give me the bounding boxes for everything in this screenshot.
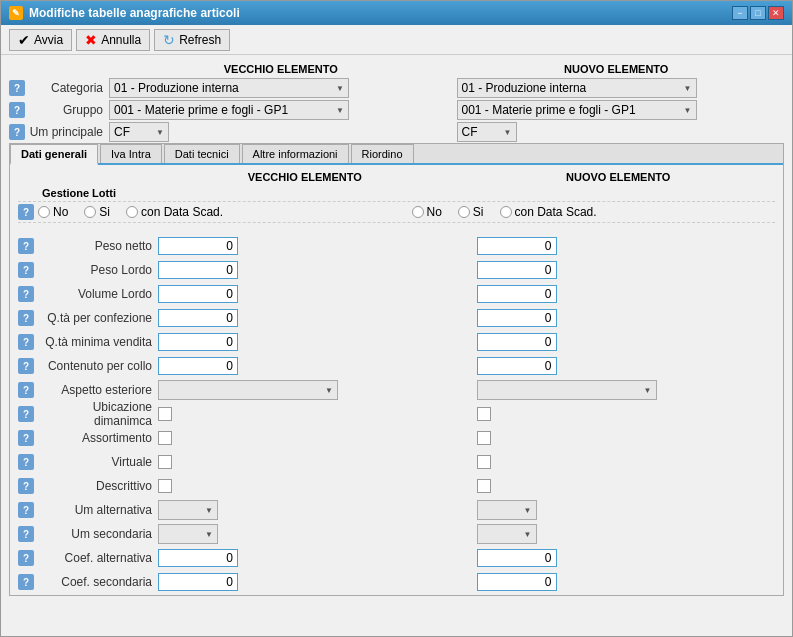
numeric-field-row-5: ? Contenuto per collo	[18, 355, 775, 377]
avvia-button[interactable]: ✔ Avvia	[9, 29, 72, 51]
numeric-old-input-3[interactable]	[158, 309, 238, 327]
checkbox-old-0[interactable]	[158, 407, 172, 421]
numeric-new-input-5[interactable]	[477, 357, 557, 375]
gruppo-old-combo[interactable]: 001 - Materie prime e fogli - GP1 ▼	[109, 100, 349, 120]
coef-alt-new-input[interactable]: 0	[477, 549, 557, 567]
numeric-new-input-0[interactable]	[477, 237, 557, 255]
checkbox-new-2[interactable]	[477, 455, 491, 469]
radio-circle	[38, 206, 50, 218]
check-new-3	[477, 479, 776, 493]
numeric-new-input-1[interactable]	[477, 261, 557, 279]
numeric-field-row-2: ? Volume Lordo	[18, 283, 775, 305]
checkbox-old-2[interactable]	[158, 455, 172, 469]
lotti-new-data-scad[interactable]: con Data Scad.	[500, 205, 597, 219]
checkbox-new-1[interactable]	[477, 431, 491, 445]
check-new-1	[477, 431, 776, 445]
numeric-help-4[interactable]: ?	[18, 334, 34, 350]
aspetto-old: ▼	[158, 380, 477, 400]
numeric-old-input-0[interactable]	[158, 237, 238, 255]
aspetto-old-combo[interactable]: ▼	[158, 380, 338, 400]
gruppo-new-combo[interactable]: 001 - Materie prime e fogli - GP1 ▼	[457, 100, 697, 120]
lotti-old-si[interactable]: Si	[84, 205, 110, 219]
um-alt-help[interactable]: ?	[18, 502, 34, 518]
coef-alt-help[interactable]: ?	[18, 550, 34, 566]
lotti-old-data-scad[interactable]: con Data Scad.	[126, 205, 223, 219]
um-alt-old-combo[interactable]: ▼	[158, 500, 218, 520]
um-sec-old-combo[interactable]: ▼	[158, 524, 218, 544]
um-principale-old-combo[interactable]: CF ▼	[109, 122, 169, 142]
numeric-help-2[interactable]: ?	[18, 286, 34, 302]
check-label-3: Descrittivo	[38, 479, 158, 493]
numeric-new-0	[477, 237, 776, 255]
um-principale-old: CF ▼	[109, 122, 437, 142]
tab-vecchio-header: VECCHIO ELEMENTO	[148, 171, 462, 183]
um-principale-help[interactable]: ?	[9, 124, 25, 140]
checkbox-new-3[interactable]	[477, 479, 491, 493]
categoria-help[interactable]: ?	[9, 80, 25, 96]
coef-sec-new-input[interactable]: 0	[477, 573, 557, 591]
coef-alt-old-input[interactable]: 0	[158, 549, 238, 567]
close-button[interactable]: ✕	[768, 6, 784, 20]
numeric-label-3: Q.tà per confezione	[38, 311, 158, 325]
um-principale-new-combo[interactable]: CF ▼	[457, 122, 517, 142]
coef-sec-old-input[interactable]: 0	[158, 573, 238, 591]
numeric-help-5[interactable]: ?	[18, 358, 34, 374]
tab-iva-intra[interactable]: Iva Intra	[100, 144, 162, 163]
radio-circle	[84, 206, 96, 218]
check-help-0[interactable]: ?	[18, 406, 34, 422]
checkbox-new-0[interactable]	[477, 407, 491, 421]
numeric-new-input-2[interactable]	[477, 285, 557, 303]
column-headers: VECCHIO ELEMENTO NUOVO ELEMENTO	[113, 63, 784, 75]
tabs-container: Dati generali Iva Intra Dati tecnici Alt…	[9, 143, 784, 596]
lotti-new-si[interactable]: Si	[458, 205, 484, 219]
um-alt-new-combo[interactable]: ▼	[477, 500, 537, 520]
lotti-old-no[interactable]: No	[38, 205, 68, 219]
numeric-old-input-4[interactable]	[158, 333, 238, 351]
combo-arrow-icon: ▼	[684, 106, 692, 115]
um-sec-new: ▼	[477, 524, 776, 544]
categoria-new-combo[interactable]: 01 - Produzione interna ▼	[457, 78, 697, 98]
lotti-new-no[interactable]: No	[412, 205, 442, 219]
numeric-old-input-2[interactable]	[158, 285, 238, 303]
combo-arrow-icon: ▼	[524, 530, 532, 539]
refresh-button[interactable]: ↻ Refresh	[154, 29, 230, 51]
numeric-old-5	[158, 357, 477, 375]
numeric-help-0[interactable]: ?	[18, 238, 34, 254]
coef-sec-row: ? Coef. secondaria 0 0	[18, 571, 775, 593]
categoria-row: ? Categoria 01 - Produzione interna ▼ 01…	[9, 77, 784, 99]
check-new-0	[477, 407, 776, 421]
refresh-label: Refresh	[179, 33, 221, 47]
tab-altre-informazioni[interactable]: Altre informazioni	[242, 144, 349, 163]
check-help-1[interactable]: ?	[18, 430, 34, 446]
aspetto-help[interactable]: ?	[18, 382, 34, 398]
numeric-old-input-1[interactable]	[158, 261, 238, 279]
tab-riordino[interactable]: Riordino	[351, 144, 414, 163]
aspetto-new: ▼	[477, 380, 776, 400]
check-help-2[interactable]: ?	[18, 454, 34, 470]
aspetto-new-combo[interactable]: ▼	[477, 380, 657, 400]
tab-dati-generali[interactable]: Dati generali	[10, 144, 98, 165]
check-help-3[interactable]: ?	[18, 478, 34, 494]
numeric-help-1[interactable]: ?	[18, 262, 34, 278]
um-alt-label: Um alternativa	[38, 503, 158, 517]
lotti-old-radio: No Si con Data Scad.	[38, 205, 223, 219]
categoria-new-value: 01 - Produzione interna	[462, 81, 587, 95]
categoria-old-combo[interactable]: 01 - Produzione interna ▼	[109, 78, 349, 98]
minimize-button[interactable]: −	[732, 6, 748, 20]
checkbox-old-3[interactable]	[158, 479, 172, 493]
lotti-help[interactable]: ?	[18, 204, 34, 220]
annulla-button[interactable]: ✖ Annulla	[76, 29, 150, 51]
maximize-button[interactable]: □	[750, 6, 766, 20]
um-sec-help[interactable]: ?	[18, 526, 34, 542]
numeric-new-input-4[interactable]	[477, 333, 557, 351]
gruppo-help[interactable]: ?	[9, 102, 25, 118]
numeric-old-input-5[interactable]	[158, 357, 238, 375]
numeric-help-3[interactable]: ?	[18, 310, 34, 326]
um-sec-new-combo[interactable]: ▼	[477, 524, 537, 544]
numeric-new-input-3[interactable]	[477, 309, 557, 327]
tab-dati-tecnici[interactable]: Dati tecnici	[164, 144, 240, 163]
coef-sec-help[interactable]: ?	[18, 574, 34, 590]
checkbox-old-1[interactable]	[158, 431, 172, 445]
gestione-lotti-title: Gestione Lotti	[42, 187, 775, 199]
main-content: VECCHIO ELEMENTO NUOVO ELEMENTO ? Catego…	[1, 55, 792, 636]
